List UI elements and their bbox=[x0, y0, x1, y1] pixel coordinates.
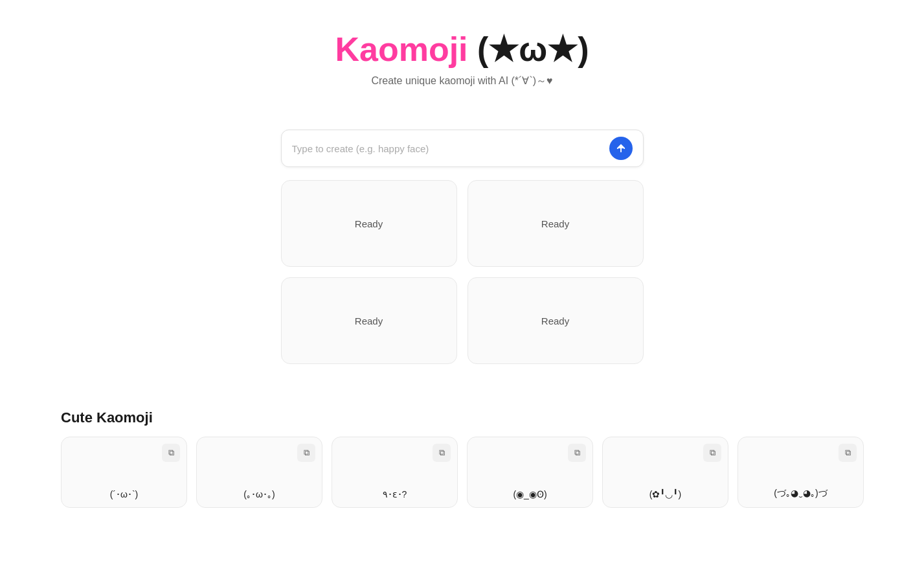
ready-card-4-label: Ready bbox=[541, 315, 569, 326]
cute-section: Cute Kaomoji ⧉ (´･ω･`) ⧉ (｡･ω･｡) ⧉ ٩･ɛ･?… bbox=[61, 409, 864, 508]
cute-section-title: Cute Kaomoji bbox=[61, 409, 864, 426]
page-title: Kaomoji (★ω★) bbox=[335, 31, 589, 68]
ready-card-2-label: Ready bbox=[541, 218, 569, 229]
header: Kaomoji (★ω★) Create unique kaomoji with… bbox=[335, 31, 589, 88]
kaomoji-row: ⧉ (´･ω･`) ⧉ (｡･ω･｡) ⧉ ٩･ɛ･? ⧉ (◉_◉ʘ) ⧉ (… bbox=[61, 437, 864, 508]
title-pink: Kaomoji bbox=[335, 30, 468, 68]
kaomoji-text-2: ٩･ɛ･? bbox=[383, 489, 407, 499]
kaomoji-text-0: (´･ω･`) bbox=[110, 489, 139, 499]
arrow-up-svg bbox=[615, 143, 627, 154]
kaomoji-card-4[interactable]: ⧉ (✿╹◡╹) bbox=[602, 437, 728, 508]
ready-card-3-label: Ready bbox=[355, 315, 383, 326]
kaomoji-text-3: (◉_◉ʘ) bbox=[513, 489, 547, 499]
copy-icon-4[interactable]: ⧉ bbox=[703, 444, 721, 462]
ready-card-4[interactable]: Ready bbox=[468, 277, 644, 364]
title-dark: (★ω★) bbox=[477, 30, 589, 68]
ready-card-1-label: Ready bbox=[355, 218, 383, 229]
search-section: Ready Ready Ready Ready bbox=[281, 130, 644, 364]
kaomoji-text-5: (づ｡◕‿◕｡)づ bbox=[774, 488, 827, 499]
copy-icon-0[interactable]: ⧉ bbox=[162, 444, 180, 462]
ready-card-1[interactable]: Ready bbox=[281, 180, 457, 267]
search-input[interactable] bbox=[292, 143, 604, 154]
page-container: Kaomoji (★ω★) Create unique kaomoji with… bbox=[0, 0, 924, 508]
kaomoji-text-4: (✿╹◡╹) bbox=[649, 489, 681, 499]
kaomoji-text-1: (｡･ω･｡) bbox=[243, 489, 275, 499]
kaomoji-card-0[interactable]: ⧉ (´･ω･`) bbox=[61, 437, 187, 508]
subtitle: Create unique kaomoji with AI (*´∀`)～♥ bbox=[335, 74, 589, 88]
submit-button[interactable] bbox=[609, 137, 633, 160]
search-bar bbox=[281, 130, 644, 167]
copy-icon-2[interactable]: ⧉ bbox=[433, 444, 451, 462]
ready-card-2[interactable]: Ready bbox=[468, 180, 644, 267]
copy-icon-1[interactable]: ⧉ bbox=[297, 444, 315, 462]
kaomoji-card-1[interactable]: ⧉ (｡･ω･｡) bbox=[196, 437, 322, 508]
copy-icon-5[interactable]: ⧉ bbox=[839, 444, 857, 462]
kaomoji-card-2[interactable]: ⧉ ٩･ɛ･? bbox=[332, 437, 458, 508]
ready-card-3[interactable]: Ready bbox=[281, 277, 457, 364]
copy-icon-3[interactable]: ⧉ bbox=[568, 444, 586, 462]
cards-grid: Ready Ready Ready Ready bbox=[281, 180, 644, 364]
kaomoji-card-3[interactable]: ⧉ (◉_◉ʘ) bbox=[467, 437, 593, 508]
kaomoji-card-5[interactable]: ⧉ (づ｡◕‿◕｡)づ bbox=[738, 437, 864, 508]
